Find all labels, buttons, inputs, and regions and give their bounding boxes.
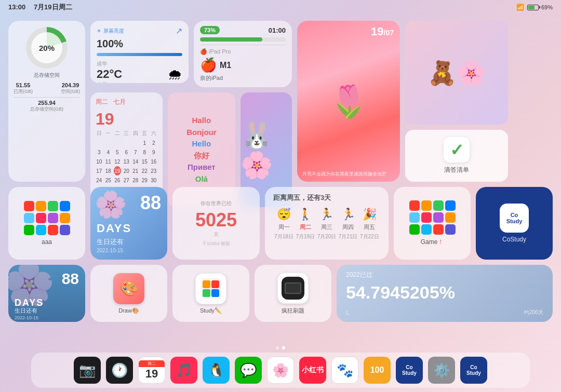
chip-label: M1: [220, 61, 231, 70]
dock-redbook[interactable]: 小红书: [299, 357, 326, 384]
birthday-num: 88: [62, 270, 79, 288]
calendar-grid: 日 一 二 三 四 五 六 1 2: [96, 129, 157, 194]
battery-badge: 73%: [200, 26, 220, 34]
stuffed-widget: 🧸🌸: [405, 21, 508, 125]
flower-quote: 月亮不会因为你在黑夜里迷路而施舍光芒: [302, 171, 395, 178]
progress-l: L: [346, 309, 350, 316]
folder-grid: [24, 201, 70, 235]
wifi-icon: 📶: [516, 4, 524, 11]
dock-hundred[interactable]: 100: [364, 357, 391, 384]
counter-widget: 你在世界已经 5025 天 千10454 银版: [172, 187, 260, 260]
app-folder-aaa[interactable]: aaa: [8, 187, 85, 260]
status-time: 13:00 7月19日周二: [8, 3, 72, 12]
dock-photos[interactable]: 🌸: [267, 357, 294, 384]
dock-clock[interactable]: 🕐: [106, 357, 133, 384]
page-indicator: [276, 346, 285, 349]
dock-wechat[interactable]: 💬: [235, 357, 262, 384]
costudy-app-widget[interactable]: CoStudy CoStudy: [476, 187, 553, 260]
battery-time: 01:00: [269, 26, 286, 34]
dock-baidu[interactable]: 🐾: [331, 357, 358, 384]
friday-day-tue: 🚶 周二 7月19日: [296, 208, 315, 240]
flower-date: 19/07: [371, 26, 394, 37]
dock-music[interactable]: 🎵: [170, 357, 197, 384]
progress-percent: 54.7945205%: [346, 282, 543, 303]
birthday-date: 2022-10-15: [15, 315, 38, 320]
brightness-widget: ☀ 屏幕亮度 ↗ 100% 成华 22°C 小雨: [90, 21, 189, 83]
days-number: 88: [140, 192, 161, 214]
weather-icon: 🌧: [168, 66, 182, 83]
status-right: 📶 69%: [516, 4, 553, 11]
friday-title: 距离周五，还有3天: [273, 193, 380, 202]
apple-logo: 🍎: [200, 57, 217, 73]
counter-unit: 天: [213, 231, 219, 238]
study-app-icon[interactable]: Study✏️: [172, 265, 249, 322]
days-title: 生日还有: [97, 237, 124, 247]
crazy-app-icon[interactable]: 疯狂刷题: [255, 265, 331, 322]
friday-day-mon: 😴 周一 7月18日: [274, 208, 293, 240]
storage-circle: 20%: [26, 27, 68, 69]
birthday-label: 生日还有: [15, 307, 37, 315]
flower-photo-widget: 🌷 19/07 月亮不会因为你在黑夜里迷路而施舍光芒: [297, 21, 400, 182]
brightness-percent: 100%: [97, 38, 182, 50]
storage-label: 总存储空间: [34, 72, 60, 79]
counter-number: 5025: [195, 209, 237, 231]
counter-sub: 千10454 银版: [202, 240, 231, 247]
friday-widget: 距离周五，还有3天 😴 周一 7月18日 🚶 周二 7月19日 🏃 周三 7月2…: [265, 187, 389, 260]
page-dot-1: [276, 346, 279, 349]
game-widget[interactable]: Game！: [394, 187, 471, 260]
battery-icon: 69%: [527, 4, 553, 10]
page-dot-2: [282, 346, 285, 349]
folder-name: aaa: [42, 238, 52, 246]
birthday-widget: 🌸 88 DAYS 生日还有 2022-10-15: [8, 265, 85, 322]
progress-year: 2022已过: [346, 271, 543, 279]
draw-app-icon[interactable]: 🎨 Draw🎨: [90, 265, 167, 322]
game-label: Game！: [421, 238, 444, 247]
friday-day-fri: 🎉 周五 7月22日: [360, 208, 379, 240]
study-label: Study✏️: [200, 307, 222, 314]
dock-camera[interactable]: 📷: [74, 357, 101, 384]
check-icon: ✓: [444, 137, 470, 163]
check-label: 滴答清单: [444, 166, 469, 174]
days-label: DAYS: [97, 222, 131, 235]
calendar-day: 19: [96, 110, 157, 129]
brightness-label: ☀ 屏幕亮度 ↗: [97, 26, 182, 36]
dock: 📷 🕐 周二 19 🎵 🐧 💬 🌸 小红书 🐾 100 CoStudy ⚙️: [31, 353, 530, 388]
friday-day-thu: 🏃 周四 7月21日: [339, 208, 358, 240]
draw-label: Draw🎨: [118, 307, 139, 314]
dock-costudy2[interactable]: CoStudy: [460, 357, 487, 384]
battery-device-widget: 73% 01:00 🍎 iPad Pro 🍎 M1 奈的iPad: [194, 21, 292, 87]
dock-qq[interactable]: 🐧: [203, 357, 230, 384]
year-progress-widget: 2022已过 54.7945205% L 约200天: [337, 265, 553, 322]
storage-percent: 20%: [31, 32, 62, 63]
storage-widget: 20% 总存储空间 51.55 已用(GB) 204.39 空间(GB) 255…: [8, 21, 85, 182]
dock-date[interactable]: 周二 19: [138, 357, 165, 384]
check-widget[interactable]: ✓ 滴答清单: [405, 130, 508, 182]
birthday-days-widget: 🌸 88 DAYS 生日还有 2022-10-15: [90, 187, 167, 260]
dock-settings[interactable]: ⚙️: [428, 357, 455, 384]
game-folder-grid: [409, 200, 456, 235]
friday-day-wed: 🏃 周三 7月20日: [317, 208, 337, 240]
plushie-emoji: 🐰🌸: [241, 120, 292, 180]
progress-days: 约200天: [524, 309, 543, 316]
dock-costudy[interactable]: CoStudy: [396, 357, 423, 384]
costudy-label: CoStudy: [502, 236, 526, 243]
device-name: 奈的iPad: [200, 74, 286, 82]
counter-label: 你在世界已经: [201, 200, 232, 207]
crazy-label: 疯狂刷题: [282, 307, 304, 315]
days-date: 2022-10-15: [97, 248, 123, 253]
status-bar: 13:00 7月19日周二 📶 69%: [0, 0, 561, 15]
